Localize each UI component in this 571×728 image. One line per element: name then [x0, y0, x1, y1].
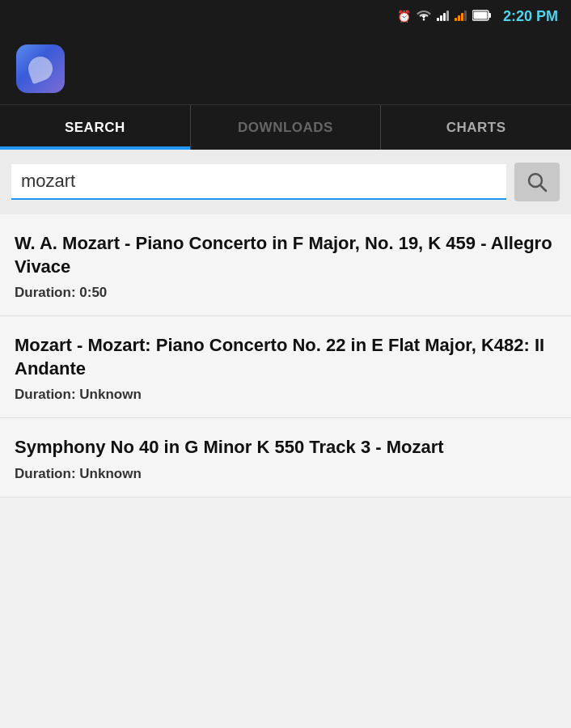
status-icons: ⏰ [397, 8, 558, 25]
tabs-bar: SEARCH DOWNLOADS CHARTS [0, 105, 571, 150]
search-section [0, 150, 571, 214]
tab-downloads[interactable]: DOWNLOADS [191, 105, 382, 150]
svg-rect-3 [446, 11, 449, 21]
app-logo-inner [25, 53, 56, 83]
tab-search[interactable]: SEARCH [0, 105, 191, 150]
result-duration: Duration: Unknown [15, 466, 556, 482]
result-title: Mozart - Mozart: Piano Concerto No. 22 i… [15, 334, 556, 380]
signal-icon-1 [437, 10, 450, 23]
search-input[interactable] [21, 171, 497, 192]
svg-rect-6 [461, 13, 463, 21]
app-logo [16, 44, 65, 93]
result-item[interactable]: Mozart - Mozart: Piano Concerto No. 22 i… [0, 316, 571, 418]
svg-rect-10 [473, 11, 487, 19]
tab-charts[interactable]: CHARTS [381, 105, 571, 150]
result-item[interactable]: W. A. Mozart - Piano Concerto in F Major… [0, 214, 571, 316]
results-list: W. A. Mozart - Piano Concerto in F Major… [0, 214, 571, 497]
battery-icon [472, 10, 492, 23]
search-input-wrapper [11, 164, 506, 200]
signal-icon-2 [455, 10, 467, 23]
result-title: Symphony No 40 in G Minor K 550 Track 3 … [15, 436, 556, 459]
svg-rect-2 [443, 13, 446, 21]
status-bar: ⏰ [0, 0, 571, 32]
result-item[interactable]: Symphony No 40 in G Minor K 550 Track 3 … [0, 418, 571, 497]
svg-rect-9 [489, 13, 491, 18]
svg-rect-4 [455, 18, 457, 21]
svg-rect-0 [437, 18, 439, 21]
result-duration: Duration: Unknown [15, 387, 556, 403]
svg-rect-7 [464, 11, 467, 21]
result-duration: Duration: 0:50 [15, 285, 556, 301]
svg-rect-5 [458, 15, 460, 21]
wifi-icon [416, 10, 432, 23]
result-title: W. A. Mozart - Piano Concerto in F Major… [15, 232, 556, 278]
search-button[interactable] [514, 163, 560, 201]
app-header [0, 32, 571, 105]
svg-rect-1 [440, 15, 442, 21]
search-icon [526, 171, 548, 193]
svg-line-12 [540, 185, 546, 191]
status-time: 2:20 PM [503, 8, 558, 25]
alarm-icon: ⏰ [397, 10, 411, 23]
